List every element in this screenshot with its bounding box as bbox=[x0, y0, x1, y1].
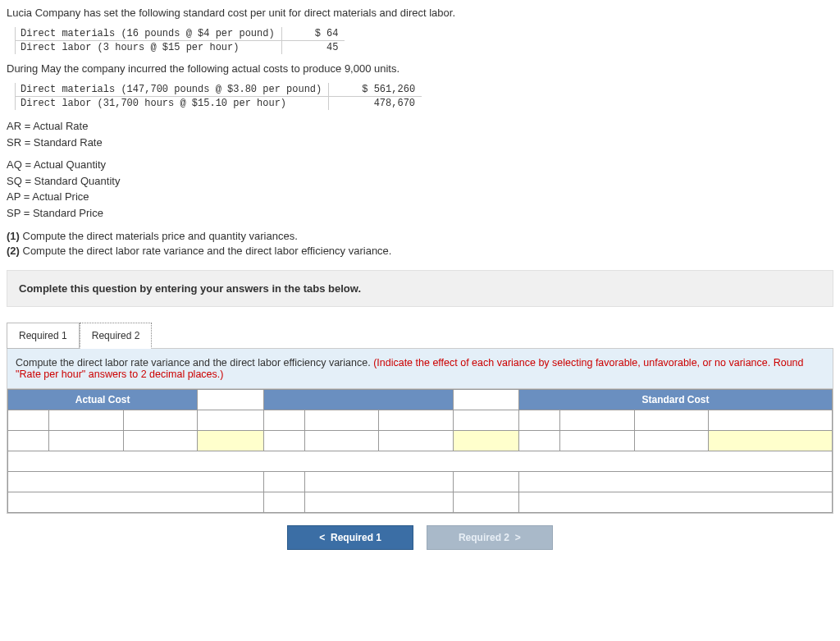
cell[interactable] bbox=[634, 410, 708, 431]
cell[interactable] bbox=[304, 472, 453, 492]
tabs: Required 1Required 2 bbox=[7, 322, 833, 348]
cell[interactable] bbox=[519, 410, 560, 431]
tab-content: Compute the direct labor rate variance a… bbox=[7, 348, 833, 514]
cell-result[interactable] bbox=[709, 431, 833, 451]
variance-table: Actual Cost Standard Cost bbox=[7, 389, 833, 513]
header-mid bbox=[263, 390, 453, 410]
nav-buttons: < Required 1 Required 2 > bbox=[7, 514, 833, 555]
cell[interactable] bbox=[123, 431, 197, 451]
cell[interactable] bbox=[263, 431, 304, 451]
cell[interactable] bbox=[49, 410, 123, 431]
table-row: Direct materials (147,700 pounds @ $3.80… bbox=[16, 83, 422, 97]
cell[interactable] bbox=[379, 431, 453, 451]
cell[interactable] bbox=[453, 410, 518, 431]
cell[interactable] bbox=[198, 410, 263, 431]
def-ap: AP = Actual Price bbox=[7, 189, 833, 205]
cell[interactable] bbox=[560, 410, 634, 431]
intro-line-2: During May the company incurred the foll… bbox=[7, 62, 833, 75]
cell-result[interactable] bbox=[453, 431, 518, 451]
cell[interactable] bbox=[634, 431, 708, 451]
cell[interactable] bbox=[49, 431, 123, 451]
definitions-block: AR = Actual Rate SR = Standard Rate AQ =… bbox=[7, 118, 833, 221]
cell[interactable] bbox=[8, 431, 49, 451]
table-row: Direct materials (16 pounds @ $4 per pou… bbox=[16, 27, 345, 41]
cell[interactable] bbox=[519, 472, 833, 492]
cell[interactable] bbox=[263, 492, 304, 513]
def-sr: SR = Standard Rate bbox=[7, 135, 833, 151]
def-sp: SP = Standard Price bbox=[7, 205, 833, 222]
next-button[interactable]: Required 2 > bbox=[427, 525, 553, 550]
prompt-bar: Compute the direct labor rate variance a… bbox=[7, 349, 833, 389]
def-ar: AR = Actual Rate bbox=[7, 118, 833, 135]
cell[interactable] bbox=[453, 390, 518, 410]
cell[interactable] bbox=[453, 492, 518, 513]
cell[interactable] bbox=[263, 472, 304, 492]
instruction-bar: Complete this question by entering your … bbox=[7, 270, 833, 307]
cell[interactable] bbox=[453, 472, 518, 492]
header-actual-cost: Actual Cost bbox=[8, 390, 198, 410]
tab-required-1[interactable]: Required 1 bbox=[7, 323, 80, 349]
cell[interactable] bbox=[379, 410, 453, 431]
cell[interactable] bbox=[560, 431, 634, 451]
cell[interactable] bbox=[198, 390, 263, 410]
cell[interactable] bbox=[8, 410, 49, 431]
tab-required-2[interactable]: Required 2 bbox=[80, 323, 153, 349]
standard-cost-table: Direct materials (16 pounds @ $4 per pou… bbox=[15, 27, 345, 54]
prev-button[interactable]: < Required 1 bbox=[287, 525, 413, 550]
intro-line-1: Lucia Company has set the following stan… bbox=[7, 7, 833, 19]
cell-result[interactable] bbox=[198, 431, 263, 451]
table-row: Direct labor (3 hours @ $15 per hour)45 bbox=[16, 41, 345, 55]
cell[interactable] bbox=[8, 492, 264, 513]
cell[interactable] bbox=[263, 410, 304, 431]
questions-block: (1) Compute the direct materials price a… bbox=[7, 229, 833, 259]
header-standard-cost: Standard Cost bbox=[519, 390, 833, 410]
def-sq: SQ = Standard Quantity bbox=[7, 173, 833, 190]
actual-cost-table: Direct materials (147,700 pounds @ $3.80… bbox=[15, 83, 422, 110]
cell[interactable] bbox=[519, 492, 833, 513]
cell[interactable] bbox=[519, 431, 560, 451]
cell[interactable] bbox=[123, 410, 197, 431]
cell[interactable] bbox=[709, 410, 833, 431]
chevron-right-icon: > bbox=[515, 532, 521, 543]
cell[interactable] bbox=[304, 410, 378, 431]
def-aq: AQ = Actual Quantity bbox=[7, 157, 833, 173]
cell[interactable] bbox=[8, 451, 833, 472]
cell[interactable] bbox=[304, 492, 453, 513]
table-row: Direct labor (31,700 hours @ $15.10 per … bbox=[16, 97, 422, 111]
cell[interactable] bbox=[304, 431, 378, 451]
cell[interactable] bbox=[8, 472, 264, 492]
chevron-left-icon: < bbox=[319, 532, 325, 543]
